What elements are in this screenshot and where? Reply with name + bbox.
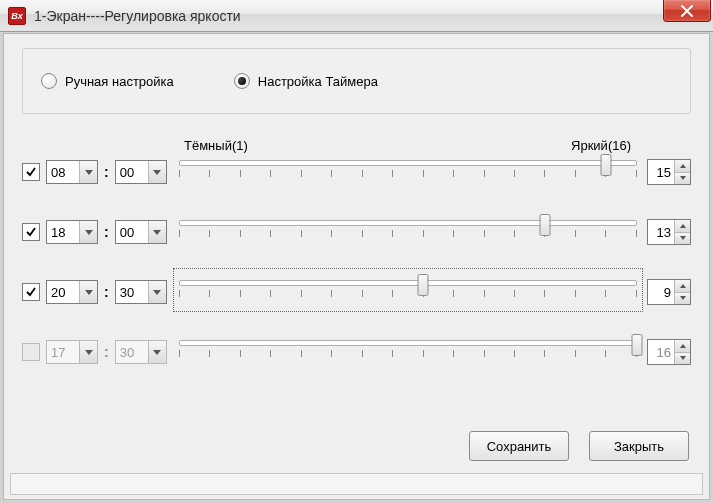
- minute-value: 00: [116, 221, 148, 243]
- brightness-spinner[interactable]: 9: [647, 279, 691, 305]
- dropdown-button: [148, 341, 166, 363]
- chevron-down-icon: [85, 350, 93, 355]
- chevron-up-icon: [680, 224, 686, 228]
- dropdown-button: [79, 341, 97, 363]
- chevron-down-icon: [85, 230, 93, 235]
- brightness-spinner[interactable]: 15: [647, 159, 691, 185]
- close-icon: [680, 5, 694, 17]
- schedule-rows: 08:001518:001320:30917:3016: [22, 158, 691, 366]
- mode-group: Ручная настройка Настройка Таймера: [22, 48, 691, 114]
- brightness-slider[interactable]: [179, 154, 637, 190]
- dropdown-button[interactable]: [148, 161, 166, 183]
- slider-track: [179, 340, 637, 346]
- radio-icon: [41, 73, 57, 89]
- dropdown-button[interactable]: [79, 161, 97, 183]
- spin-down-button[interactable]: [674, 232, 690, 245]
- slider-track: [179, 160, 637, 166]
- spin-up-button[interactable]: [674, 160, 690, 172]
- minute-value: 00: [116, 161, 148, 183]
- save-button[interactable]: Сохранить: [469, 431, 569, 461]
- brightness-spinner[interactable]: 13: [647, 219, 691, 245]
- time-colon: :: [104, 344, 109, 360]
- spin-up-button[interactable]: [674, 340, 690, 352]
- check-icon: [25, 286, 37, 298]
- chevron-down-icon: [153, 350, 161, 355]
- minute-select: 30: [115, 340, 167, 364]
- minute-select[interactable]: 00: [115, 220, 167, 244]
- hour-value: 20: [47, 281, 79, 303]
- brightness-slider[interactable]: [179, 274, 637, 310]
- chevron-up-icon: [680, 164, 686, 168]
- spin-up-button[interactable]: [674, 220, 690, 232]
- slider-thumb[interactable]: [540, 214, 551, 236]
- chevron-down-icon: [680, 236, 686, 240]
- close-button[interactable]: Закрыть: [589, 431, 689, 461]
- dropdown-button[interactable]: [148, 221, 166, 243]
- dropdown-button[interactable]: [148, 281, 166, 303]
- time-colon: :: [104, 224, 109, 240]
- minute-select[interactable]: 00: [115, 160, 167, 184]
- app-icon-text: Bx: [11, 11, 23, 21]
- chevron-down-icon: [153, 290, 161, 295]
- radio-manual-label: Ручная настройка: [65, 74, 174, 89]
- dropdown-button[interactable]: [79, 221, 97, 243]
- check-icon: [25, 166, 37, 178]
- slider-track: [179, 220, 637, 226]
- slider-ticks: [179, 290, 637, 300]
- chevron-down-icon: [680, 176, 686, 180]
- radio-icon: [234, 73, 250, 89]
- slider-ticks: [179, 350, 637, 360]
- chevron-down-icon: [680, 296, 686, 300]
- radio-timer-label: Настройка Таймера: [258, 74, 378, 89]
- brightness-value: 16: [648, 340, 674, 364]
- chevron-down-icon: [153, 170, 161, 175]
- chevron-down-icon: [680, 356, 686, 360]
- title-bar: Bx 1-Экран----Регулировка яркости: [0, 0, 713, 32]
- spin-up-button[interactable]: [674, 280, 690, 292]
- time-colon: :: [104, 164, 109, 180]
- chevron-down-icon: [153, 230, 161, 235]
- chevron-up-icon: [680, 344, 686, 348]
- window-close-button[interactable]: [663, 0, 711, 22]
- spin-down-button[interactable]: [674, 352, 690, 365]
- spin-down-button[interactable]: [674, 292, 690, 305]
- hour-select[interactable]: 18: [46, 220, 98, 244]
- radio-timer[interactable]: Настройка Таймера: [234, 73, 378, 89]
- slider-thumb[interactable]: [601, 154, 612, 176]
- slider-thumb: [632, 334, 643, 356]
- chevron-down-icon: [85, 290, 93, 295]
- hour-value: 18: [47, 221, 79, 243]
- brightness-value: 9: [648, 280, 674, 304]
- row-enable-checkbox[interactable]: [22, 283, 40, 301]
- dropdown-button[interactable]: [79, 281, 97, 303]
- hour-value: 17: [47, 341, 79, 363]
- spin-down-button[interactable]: [674, 172, 690, 185]
- hour-select[interactable]: 20: [46, 280, 98, 304]
- radio-manual[interactable]: Ручная настройка: [41, 73, 174, 89]
- slider-track: [179, 280, 637, 286]
- scale-bright-label: Яркий(16): [571, 138, 631, 153]
- hour-select[interactable]: 08: [46, 160, 98, 184]
- client-area: Ручная настройка Настройка Таймера Тёмны…: [3, 33, 710, 500]
- slider-ticks: [179, 230, 637, 240]
- chevron-up-icon: [680, 284, 686, 288]
- check-icon: [25, 226, 37, 238]
- brightness-value: 13: [648, 220, 674, 244]
- status-bar: [10, 473, 703, 495]
- window-title: 1-Экран----Регулировка яркости: [34, 8, 241, 24]
- slider-thumb[interactable]: [418, 274, 429, 296]
- minute-select[interactable]: 30: [115, 280, 167, 304]
- minute-value: 30: [116, 281, 148, 303]
- row-enable-checkbox[interactable]: [22, 223, 40, 241]
- row-enable-checkbox[interactable]: [22, 163, 40, 181]
- brightness-value: 15: [648, 160, 674, 184]
- brightness-slider: [179, 334, 637, 370]
- time-colon: :: [104, 284, 109, 300]
- schedule-row: 18:0013: [22, 218, 691, 246]
- schedule-row: 17:3016: [22, 338, 691, 366]
- action-bar: Сохранить Закрыть: [469, 431, 689, 461]
- brightness-spinner[interactable]: 16: [647, 339, 691, 365]
- brightness-slider[interactable]: [179, 214, 637, 250]
- minute-value: 30: [116, 341, 148, 363]
- row-enable-checkbox[interactable]: [22, 343, 40, 361]
